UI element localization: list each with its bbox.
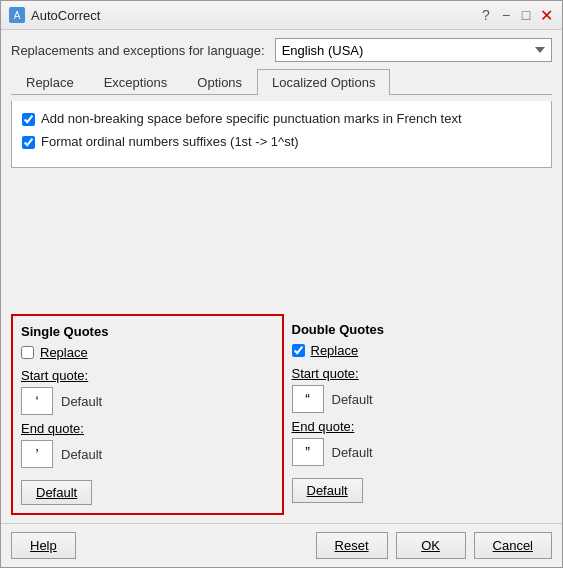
single-start-label: Start quote: xyxy=(21,368,274,383)
double-end-label: End quote: xyxy=(292,419,545,434)
app-icon: A xyxy=(9,7,25,23)
nonbreaking-space-checkbox[interactable] xyxy=(22,113,35,126)
double-start-default: Default xyxy=(332,392,373,407)
titlebar-left: A AutoCorrect xyxy=(9,7,100,23)
minimize-button[interactable]: − xyxy=(498,7,514,23)
single-default-button[interactable]: Default xyxy=(21,480,92,505)
footer-buttons: Help Reset OK Cancel xyxy=(1,523,562,567)
ordinal-suffix-label: Format ordinal numbers suffixes (1st -> … xyxy=(41,134,299,151)
titlebar: A AutoCorrect ? − □ ✕ xyxy=(1,1,562,30)
tab-options[interactable]: Options xyxy=(182,69,257,95)
maximize-button[interactable]: □ xyxy=(518,7,534,23)
double-replace-checkbox[interactable] xyxy=(292,344,305,357)
help-window-button[interactable]: ? xyxy=(478,7,494,23)
single-start-char-button[interactable]: ‘ xyxy=(21,387,53,415)
tab-replace[interactable]: Replace xyxy=(11,69,89,95)
double-replace-label: Replace xyxy=(311,343,359,358)
single-replace-checkbox[interactable] xyxy=(21,346,34,359)
tab-content-localized: Add non-breaking space before specific p… xyxy=(11,101,552,168)
single-end-default: Default xyxy=(61,447,102,462)
window-controls: ? − □ ✕ xyxy=(478,7,554,23)
autocorrect-dialog: A AutoCorrect ? − □ ✕ Replacements and e… xyxy=(0,0,563,568)
dialog-title: AutoCorrect xyxy=(31,8,100,23)
double-default-button[interactable]: Default xyxy=(292,478,363,503)
help-button[interactable]: Help xyxy=(11,532,76,559)
cancel-button[interactable]: Cancel xyxy=(474,532,552,559)
tab-exceptions[interactable]: Exceptions xyxy=(89,69,183,95)
nonbreaking-space-label: Add non-breaking space before specific p… xyxy=(41,111,462,128)
single-end-row: ’ Default xyxy=(21,440,274,468)
ordinal-suffix-checkbox[interactable] xyxy=(22,136,35,149)
double-quotes-group: Double Quotes Replace Start quote: “ Def… xyxy=(284,314,553,515)
quotes-section: Single Quotes Replace Start quote: ‘ Def… xyxy=(11,314,552,515)
tab-localized-options[interactable]: Localized Options xyxy=(257,69,390,95)
checkbox-row-1: Add non-breaking space before specific p… xyxy=(22,111,541,128)
double-end-default: Default xyxy=(332,445,373,460)
single-replace-label: Replace xyxy=(40,345,88,360)
double-end-char-button[interactable]: ” xyxy=(292,438,324,466)
double-start-row: “ Default xyxy=(292,385,545,413)
spacer xyxy=(11,174,552,304)
bottom-right-buttons: Reset OK Cancel xyxy=(316,532,552,559)
language-label: Replacements and exceptions for language… xyxy=(11,43,265,58)
single-start-row: ‘ Default xyxy=(21,387,274,415)
double-start-label: Start quote: xyxy=(292,366,545,381)
dialog-body: Replacements and exceptions for language… xyxy=(1,30,562,523)
single-start-default: Default xyxy=(61,394,102,409)
single-end-char-button[interactable]: ’ xyxy=(21,440,53,468)
single-replace-row: Replace xyxy=(21,345,274,360)
reset-button[interactable]: Reset xyxy=(316,532,388,559)
single-quotes-group: Single Quotes Replace Start quote: ‘ Def… xyxy=(11,314,284,515)
single-end-label: End quote: xyxy=(21,421,274,436)
close-button[interactable]: ✕ xyxy=(538,7,554,23)
single-quotes-title: Single Quotes xyxy=(21,324,274,339)
language-select[interactable]: English (USA) xyxy=(275,38,552,62)
tabs: Replace Exceptions Options Localized Opt… xyxy=(11,68,552,95)
double-end-row: ” Default xyxy=(292,438,545,466)
double-quotes-title: Double Quotes xyxy=(292,322,545,337)
double-replace-row: Replace xyxy=(292,343,545,358)
language-row: Replacements and exceptions for language… xyxy=(11,38,552,62)
checkbox-row-2: Format ordinal numbers suffixes (1st -> … xyxy=(22,134,541,151)
ok-button[interactable]: OK xyxy=(396,532,466,559)
double-start-char-button[interactable]: “ xyxy=(292,385,324,413)
